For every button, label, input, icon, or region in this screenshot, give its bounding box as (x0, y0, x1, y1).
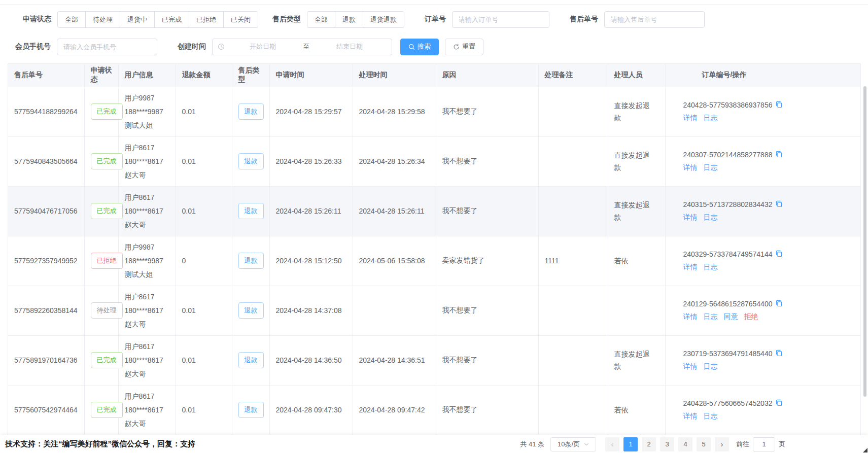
apply-status-option-2[interactable]: 退货中 (120, 11, 155, 28)
next-page-button[interactable]: › (715, 437, 729, 451)
copy-icon[interactable] (775, 299, 783, 308)
copy-icon[interactable] (775, 250, 783, 259)
action-detail[interactable]: 详情 (683, 362, 698, 370)
footer-bar: 技术支持：关注“编写美好前程”微信公众号，回复：支持 共 41 条 10条/页 … (0, 435, 868, 453)
create-time-range-input[interactable]: 开始日期 至 结束日期 (212, 39, 392, 55)
apply-time: 2024-04-28 15:29:57 (276, 108, 342, 116)
service-type-option-1[interactable]: 退款 (335, 11, 363, 28)
service-type-badge: 退款 (238, 253, 264, 269)
user-info-line: 用户8617 (125, 390, 169, 403)
pagination: 共 41 条 10条/页 ‹ 12345 › 前往 页 (520, 437, 785, 451)
row-actions: 详情日志 (683, 263, 855, 272)
refund-amount: 0.01 (182, 356, 196, 364)
apply-status-option-5[interactable]: 已关闭 (223, 11, 258, 28)
apply-time: 2024-04-28 14:37:08 (276, 306, 342, 315)
refund-amount: 0.01 (182, 406, 196, 414)
action-detail[interactable]: 详情 (683, 114, 698, 122)
row-actions: 详情日志 (683, 362, 855, 371)
column-header-6: 处理时间 (353, 64, 436, 87)
filter-row-2: 会员手机号 创建时间 开始日期 至 结束日期 搜索 重置 (15, 38, 483, 55)
apply-time: 2024-04-28 09:47:30 (276, 406, 342, 414)
search-icon (408, 44, 415, 50)
refresh-icon (453, 44, 460, 50)
action-log[interactable]: 日志 (704, 412, 718, 420)
apply-status-label: 申请状态 (23, 15, 51, 24)
apply-status-option-0[interactable]: 全部 (57, 11, 86, 28)
service-type-label: 售后类型 (272, 15, 301, 24)
page-button-2[interactable]: 2 (642, 437, 656, 451)
copy-icon[interactable] (775, 200, 783, 209)
member-phone-label: 会员手机号 (15, 42, 51, 51)
service-type-option-2[interactable]: 退货退款 (363, 11, 404, 28)
page-size-select[interactable]: 10条/页 (550, 437, 596, 451)
copy-icon[interactable] (775, 150, 783, 159)
page-button-5[interactable]: 5 (697, 437, 711, 451)
user-info-line: 测试大姐 (125, 268, 169, 282)
column-header-9: 处理人员 (608, 64, 665, 87)
apply-status-option-3[interactable]: 已完成 (154, 11, 189, 28)
member-phone-input[interactable] (57, 39, 157, 55)
user-info-line: 188****9987 (125, 105, 169, 119)
handler: 若依 (614, 255, 653, 267)
copy-icon[interactable] (775, 349, 783, 358)
jump-page-input[interactable] (753, 437, 775, 451)
filter-row-1: 申请状态 全部待处理退货中已完成已拒绝已关闭 售后类型 全部退款退货退款 订单号… (23, 11, 705, 28)
apply-status-option-1[interactable]: 待处理 (85, 11, 120, 28)
table-row: 5775944188299264 已完成 用户9987188****9987测试… (8, 87, 860, 136)
order-no: 240329-5733784749574144 (683, 250, 773, 258)
action-reject[interactable]: 拒绝 (744, 312, 758, 321)
reason: 我不想要了 (442, 206, 478, 215)
service-no: 5775940843505664 (14, 157, 78, 165)
action-log[interactable]: 日志 (704, 213, 718, 221)
action-detail[interactable]: 详情 (683, 312, 698, 321)
status-badge: 已完成 (91, 203, 123, 219)
service-no-input[interactable] (604, 11, 705, 28)
jump-prefix: 前往 (736, 440, 749, 449)
user-info-line: 180****8617 (125, 155, 169, 168)
user-info: 用户9987188****9987测试大姐 (118, 87, 176, 136)
action-detail[interactable]: 详情 (683, 412, 698, 420)
service-type-option-0[interactable]: 全部 (307, 11, 335, 28)
copy-icon[interactable] (775, 399, 783, 408)
handle-time: 2024-04-28 15:26:11 (359, 207, 425, 215)
search-button[interactable]: 搜索 (400, 39, 439, 55)
order-no: 230719-5373694791485440 (683, 350, 773, 358)
row-actions: 详情日志同意拒绝 (683, 312, 855, 322)
column-header-5: 申请时间 (269, 64, 353, 87)
action-log[interactable]: 日志 (704, 362, 718, 370)
service-type-badge: 退款 (238, 352, 264, 368)
action-detail[interactable]: 详情 (683, 163, 698, 171)
page-size-value: 10条/页 (558, 440, 580, 449)
service-type-badge: 退款 (238, 302, 264, 319)
reset-button[interactable]: 重置 (445, 39, 483, 55)
handler: 直接发起退款 (614, 149, 653, 173)
service-no: 5775940476717056 (14, 207, 78, 215)
user-info: 用户8617180****8617赵大哥 (118, 385, 176, 435)
action-log[interactable]: 日志 (704, 263, 718, 271)
page-list: 12345 (621, 437, 713, 451)
action-log[interactable]: 日志 (704, 114, 718, 122)
prev-page-button[interactable]: ‹ (605, 437, 619, 451)
copy-icon[interactable] (775, 100, 783, 110)
action-log[interactable]: 日志 (704, 163, 718, 171)
start-date-placeholder: 开始日期 (226, 42, 300, 51)
action-approve[interactable]: 同意 (724, 312, 738, 321)
apply-status-option-4[interactable]: 已拒绝 (189, 11, 224, 28)
action-detail[interactable]: 详情 (683, 213, 698, 221)
user-info-line: 180****8617 (125, 304, 169, 318)
service-no: 5775607542974464 (14, 406, 78, 414)
reason: 我不想要了 (442, 405, 478, 413)
reset-button-label: 重置 (462, 42, 475, 51)
page-button-1[interactable]: 1 (623, 437, 638, 451)
row-actions: 详情日志 (683, 213, 855, 222)
action-log[interactable]: 日志 (704, 312, 718, 321)
order-no-input[interactable] (452, 11, 549, 28)
vertical-scrollbar[interactable] (863, 86, 866, 397)
end-date-placeholder: 结束日期 (313, 42, 387, 51)
order-no-label: 订单号 (425, 15, 446, 24)
action-detail[interactable]: 详情 (683, 263, 698, 271)
service-type-badge: 退款 (238, 153, 264, 169)
page-button-3[interactable]: 3 (660, 437, 674, 451)
user-info-line: 测试大姐 (125, 119, 169, 132)
page-button-4[interactable]: 4 (678, 437, 692, 451)
